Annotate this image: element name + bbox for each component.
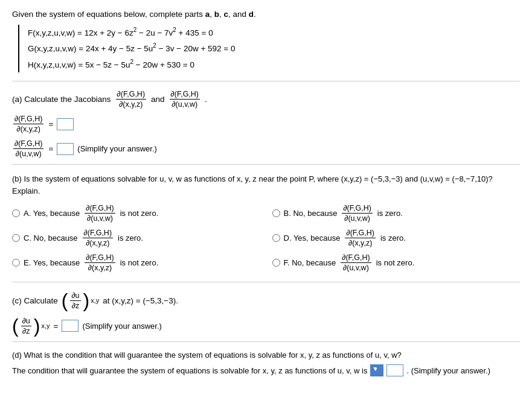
option-F-text: F. No, because xyxy=(284,258,336,267)
equation-G: G(x,y,z,u,v,w) = 24x + 4y − 5z − 5u2 − 3… xyxy=(28,40,520,56)
part-a-label: (a) Calculate the Jacobians ∂(F,G,H) ∂(x… xyxy=(12,90,520,109)
option-C-frac: ∂(F,G,H) ∂(x,y,z) xyxy=(83,229,113,247)
option-D[interactable]: D. Yes, because ∂(F,G,H) ∂(x,y,z) is zer… xyxy=(272,229,521,247)
close-curly: ) xyxy=(83,291,90,310)
option-D-text: D. Yes, because xyxy=(284,233,341,243)
part-a-text: (a) Calculate the Jacobians xyxy=(12,95,111,104)
open-curly: ( xyxy=(62,291,68,310)
part-c-frac2: ∂u ∂z xyxy=(21,317,31,335)
option-A-frac: ∂(F,G,H) ∂(u,v,w) xyxy=(85,204,115,223)
divider xyxy=(12,81,520,81)
option-B-text: B. No, because xyxy=(284,209,338,218)
part-b-label: (b) Is the system of equations solvable … xyxy=(12,173,520,197)
option-A-text: A. Yes, because xyxy=(24,209,80,218)
jacobian-frac1-den: ∂(x,y,z) xyxy=(118,100,144,109)
close-curly2: ) xyxy=(34,316,40,335)
option-D-frac: ∂(F,G,H) ∂(x,y,z) xyxy=(345,229,375,247)
select-dropdown[interactable]: ▼ xyxy=(370,364,383,376)
option-C-text: C. No, because xyxy=(24,233,78,243)
period1: . xyxy=(205,95,207,104)
jacobian-frac1: ∂(F,G,H) ∂(x,y,z) xyxy=(116,90,146,109)
divider2 xyxy=(12,164,520,165)
equals3: = xyxy=(54,322,59,331)
part-c-text: (c) Calculate xyxy=(12,296,58,305)
simplify-a: (Simplify your answer.) xyxy=(77,144,156,153)
answer-box-2[interactable] xyxy=(57,143,74,155)
intro-text: Given the system of equations below, com… xyxy=(12,10,520,19)
jacobian-frac2-den: ∂(u,v,w) xyxy=(170,100,199,109)
part-a-answer2-row: ∂(F,G,H) ∂(u,v,w) = (Simplify your answe… xyxy=(12,139,520,158)
simplify-d: . (Simplify your answer.) xyxy=(406,366,490,375)
options-grid: A. Yes, because ∂(F,G,H) ∂(u,v,w) is not… xyxy=(12,204,520,272)
part-c-frac: ∂u ∂z xyxy=(70,291,80,310)
option-A-suffix: is not zero. xyxy=(120,209,159,218)
open-curly2: ( xyxy=(12,316,19,335)
option-F-frac: ∂(F,G,H) ∂(u,v,w) xyxy=(341,253,371,272)
option-E-suffix: is not zero. xyxy=(120,258,159,267)
equals1: = xyxy=(48,119,53,128)
answer-box-1[interactable] xyxy=(57,118,74,130)
radio-C[interactable] xyxy=(12,234,20,242)
option-C-suffix: is zero. xyxy=(118,233,143,243)
radio-E[interactable] xyxy=(12,259,20,267)
radio-F[interactable] xyxy=(272,259,280,267)
radio-A[interactable] xyxy=(12,209,20,217)
option-B-frac: ∂(F,G,H) ∂(u,v,w) xyxy=(342,204,372,223)
answer-box-4[interactable] xyxy=(386,364,403,376)
option-F[interactable]: F. No, because ∂(F,G,H) ∂(u,v,w) is not … xyxy=(272,253,521,272)
part-c-bracket-group2: ( ∂u ∂z ) x,y xyxy=(12,316,50,335)
part-d-answer-row: The condition that will guarantee the sy… xyxy=(12,364,520,376)
option-E-text: E. Yes, because xyxy=(24,258,80,267)
part-c-row: (c) Calculate ( ∂u ∂z ) x,y at (x,y,z) =… xyxy=(12,291,520,310)
divider3 xyxy=(12,282,520,282)
part-c-bracket-group: ( ∂u ∂z ) x,y xyxy=(62,291,100,310)
system-box: F(x,y,z,u,v,w) = 12x + 2y − 6z2 − 2u − 7… xyxy=(18,25,520,72)
equation-F: F(x,y,z,u,v,w) = 12x + 2y − 6z2 − 2u − 7… xyxy=(28,25,520,40)
option-E-frac: ∂(F,G,H) ∂(x,y,z) xyxy=(85,253,115,272)
radio-D[interactable] xyxy=(272,234,280,242)
a-frac1: ∂(F,G,H) ∂(x,y,z) xyxy=(13,115,43,133)
and-label: and xyxy=(151,95,165,104)
option-D-suffix: is zero. xyxy=(380,233,406,243)
option-B-suffix: is zero. xyxy=(377,209,403,218)
divider4 xyxy=(12,341,520,342)
jacobian-frac2: ∂(F,G,H) ∂(u,v,w) xyxy=(170,90,200,109)
part-d-question: (d) What is the condition that will guar… xyxy=(12,350,520,360)
option-C[interactable]: C. No, because ∂(F,G,H) ∂(x,y,z) is zero… xyxy=(12,229,260,247)
part-c-subscript2: x,y xyxy=(41,322,50,329)
jacobian-frac2-num: ∂(F,G,H) xyxy=(170,90,200,100)
part-c-subscript: x,y xyxy=(91,297,99,304)
a-frac2: ∂(F,G,H) ∂(u,v,w) xyxy=(13,139,43,158)
part-d-text: The condition that will guarantee the sy… xyxy=(12,366,367,375)
equals2: = xyxy=(48,144,53,153)
option-B[interactable]: B. No, because ∂(F,G,H) ∂(u,v,w) is zero… xyxy=(272,204,521,223)
option-E[interactable]: E. Yes, because ∂(F,G,H) ∂(x,y,z) is not… xyxy=(12,253,260,272)
part-c-answer-row: ( ∂u ∂z ) x,y = (Simplify your answer.) xyxy=(12,316,520,335)
part-c-point: at (x,y,z) = (−5,3,−3). xyxy=(103,296,178,305)
option-F-suffix: is not zero. xyxy=(376,258,415,267)
equation-H: H(x,y,z,u,v,w) = 5x − 5z − 5u2 − 20w + 5… xyxy=(28,57,520,72)
option-A[interactable]: A. Yes, because ∂(F,G,H) ∂(u,v,w) is not… xyxy=(12,204,260,223)
jacobian-frac1-num: ∂(F,G,H) xyxy=(116,90,146,100)
part-a-answer1-row: ∂(F,G,H) ∂(x,y,z) = xyxy=(12,115,520,133)
simplify-c: (Simplify your answer.) xyxy=(82,322,161,331)
radio-B[interactable] xyxy=(272,209,280,217)
answer-box-3[interactable] xyxy=(62,320,79,332)
